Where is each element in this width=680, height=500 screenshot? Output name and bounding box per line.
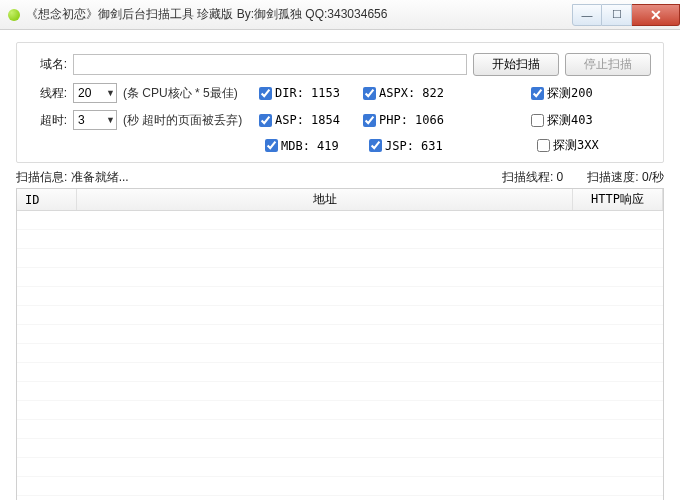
probe-403-checkbox[interactable]: 探测403 <box>531 112 593 129</box>
domain-label: 域名: <box>29 56 67 73</box>
close-button[interactable]: ✕ <box>632 4 680 26</box>
aspx-checkbox[interactable]: ASPX: 822 <box>363 86 461 100</box>
grid-body[interactable] <box>17 211 663 500</box>
domain-input[interactable] <box>73 54 467 75</box>
dir-checkbox[interactable]: DIR: 1153 <box>259 86 357 100</box>
asp-checkbox[interactable]: ASP: 1854 <box>259 113 357 127</box>
column-http-response[interactable]: HTTP响应 <box>573 189 663 210</box>
timeout-hint: (秒 超时的页面被丢弃) <box>123 112 249 129</box>
threads-label: 线程: <box>29 85 67 102</box>
settings-panel: 域名: 开始扫描 停止扫描 线程: ▼ (条 CPU核心 * 5最佳) DIR:… <box>16 42 664 163</box>
scan-threads: 扫描线程: 0 <box>502 169 563 186</box>
probe-3xx-checkbox[interactable]: 探测3XX <box>537 137 599 154</box>
maximize-button[interactable]: ☐ <box>602 4 632 26</box>
window-title: 《想念初恋》御剑后台扫描工具 珍藏版 By:御剑孤独 QQ:343034656 <box>26 6 572 23</box>
jsp-checkbox[interactable]: JSP: 631 <box>369 139 467 153</box>
column-id[interactable]: ID <box>17 189 77 210</box>
timeout-input[interactable] <box>73 110 117 130</box>
window-controls: — ☐ ✕ <box>572 4 680 26</box>
results-grid: ID 地址 HTTP响应 <box>16 188 664 500</box>
scan-speed: 扫描速度: 0/秒 <box>587 169 664 186</box>
minimize-button[interactable]: — <box>572 4 602 26</box>
title-bar: 《想念初恋》御剑后台扫描工具 珍藏版 By:御剑孤独 QQ:343034656 … <box>0 0 680 30</box>
status-bar: 扫描信息: 准备就绪... 扫描线程: 0 扫描速度: 0/秒 <box>16 169 664 186</box>
timeout-combobox[interactable]: ▼ <box>73 110 117 130</box>
scan-info: 扫描信息: 准备就绪... <box>16 169 502 186</box>
column-address[interactable]: 地址 <box>77 189 573 210</box>
stop-scan-button[interactable]: 停止扫描 <box>565 53 651 76</box>
start-scan-button[interactable]: 开始扫描 <box>473 53 559 76</box>
probe-200-checkbox[interactable]: 探测200 <box>531 85 593 102</box>
app-icon <box>8 9 20 21</box>
threads-hint: (条 CPU核心 * 5最佳) <box>123 85 249 102</box>
php-checkbox[interactable]: PHP: 1066 <box>363 113 461 127</box>
mdb-checkbox[interactable]: MDB: 419 <box>265 139 363 153</box>
grid-header: ID 地址 HTTP响应 <box>17 189 663 211</box>
timeout-label: 超时: <box>29 112 67 129</box>
threads-combobox[interactable]: ▼ <box>73 83 117 103</box>
threads-input[interactable] <box>73 83 117 103</box>
